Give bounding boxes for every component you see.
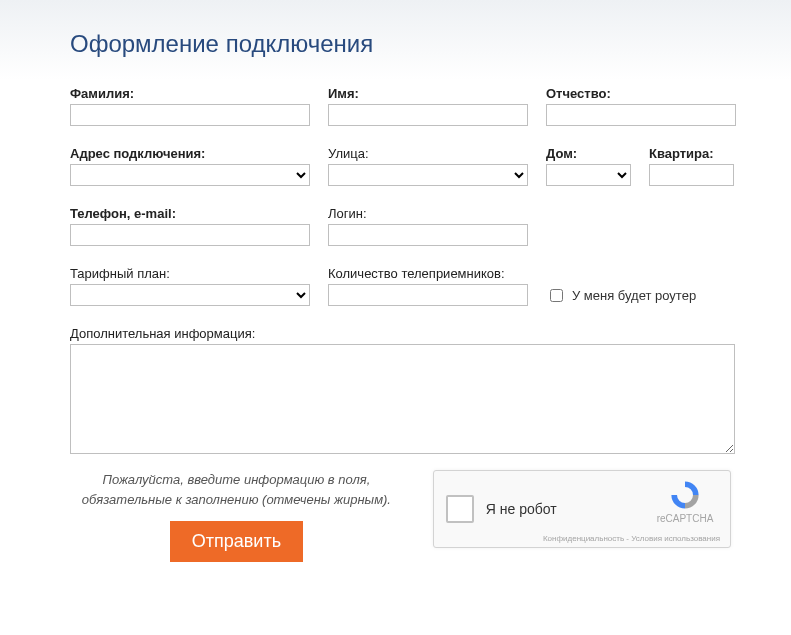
contact-label: Телефон, e-mail:	[70, 206, 310, 221]
patronymic-input[interactable]	[546, 104, 736, 126]
extra-textarea[interactable]	[70, 344, 735, 454]
login-label: Логин:	[328, 206, 528, 221]
page-title: Оформление подключения	[70, 30, 731, 58]
name-label: Имя:	[328, 86, 528, 101]
house-select[interactable]	[546, 164, 631, 186]
router-label: У меня будет роутер	[572, 288, 696, 303]
tariff-select[interactable]	[70, 284, 310, 306]
contact-input[interactable]	[70, 224, 310, 246]
router-checkbox[interactable]	[550, 289, 563, 302]
recaptcha-label: Я не робот	[486, 501, 557, 517]
flat-label: Квартира:	[649, 146, 734, 161]
required-hint: Пожалуйста, введите информацию в поля, о…	[70, 470, 403, 509]
street-select[interactable]	[328, 164, 528, 186]
recaptcha-terms: Конфиденциальность - Условия использован…	[543, 534, 720, 543]
receivers-label: Количество телеприемников:	[328, 266, 528, 281]
recaptcha-icon	[669, 479, 701, 511]
submit-button[interactable]: Отправить	[170, 521, 303, 562]
name-input[interactable]	[328, 104, 528, 126]
patronymic-label: Отчество:	[546, 86, 736, 101]
flat-input[interactable]	[649, 164, 734, 186]
extra-label: Дополнительная информация:	[70, 326, 731, 341]
surname-input[interactable]	[70, 104, 310, 126]
tariff-label: Тарифный план:	[70, 266, 310, 281]
surname-label: Фамилия:	[70, 86, 310, 101]
recaptcha-widget: Я не робот reCAPTCHA Конфиденциальность …	[433, 470, 731, 548]
house-label: Дом:	[546, 146, 631, 161]
street-label: Улица:	[328, 146, 528, 161]
address-select[interactable]	[70, 164, 310, 186]
address-label: Адрес подключения:	[70, 146, 310, 161]
recaptcha-brand: reCAPTCHA	[650, 513, 720, 524]
recaptcha-checkbox[interactable]	[446, 495, 474, 523]
receivers-input[interactable]	[328, 284, 528, 306]
login-input[interactable]	[328, 224, 528, 246]
